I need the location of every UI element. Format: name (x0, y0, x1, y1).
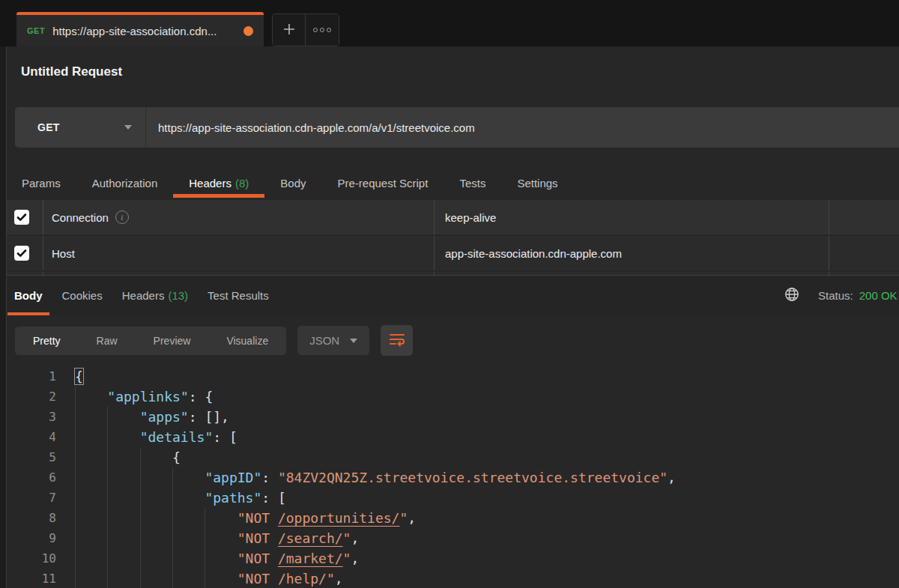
code-line-1[interactable]: 1{ (0, 366, 899, 387)
status-value: 200 OK (859, 289, 898, 302)
indent-guide (75, 488, 107, 508)
wrap-text-button[interactable] (381, 325, 413, 356)
tab-settings[interactable]: Settings (501, 168, 573, 198)
checkbox-host[interactable] (14, 246, 29, 261)
view-mode-preview[interactable]: Preview (136, 327, 209, 355)
code-token: "NOT (237, 530, 278, 546)
tab-headers[interactable]: Headers(8) (173, 168, 264, 198)
tab-body[interactable]: Body (264, 168, 321, 198)
code-token: : [ (261, 490, 286, 506)
path-link[interactable]: /opportunities/ (278, 510, 400, 526)
method-select[interactable]: GET (15, 107, 146, 148)
view-mode-visualize[interactable]: Visualize (208, 327, 286, 355)
request-tab[interactable]: GET https://app-site-association.cdn... (16, 12, 264, 46)
code-line-11[interactable]: 11"NOT /help/", (0, 569, 899, 588)
response-tab-body[interactable]: Body (7, 276, 49, 315)
view-mode-switch: PrettyRawPreviewVisualize (15, 327, 286, 355)
tab-count-badge: (8) (235, 177, 249, 190)
globe-icon[interactable] (784, 286, 800, 306)
indent-guide (107, 569, 139, 588)
tab-label: Headers (189, 177, 231, 190)
indent-guide (107, 407, 139, 427)
tab-label: Tests (459, 177, 485, 190)
code-line-5[interactable]: 5{ (0, 447, 899, 467)
indent-guide (140, 548, 172, 569)
request-name[interactable]: Untitled Request (0, 46, 899, 79)
tab-label: Body (280, 177, 306, 190)
method-label: GET (37, 121, 60, 133)
code-text: "applinks": { (75, 387, 213, 407)
code-token: : { (189, 389, 214, 404)
header-row-host[interactable]: Hostapp-site-association.cdn-apple.com (0, 236, 899, 270)
indent-guide (140, 447, 172, 467)
indent-guide (75, 407, 107, 427)
line-number: 5 (0, 447, 56, 467)
code-line-7[interactable]: 7"paths": [ (0, 488, 899, 508)
response-tab-label: Cookies (62, 289, 103, 302)
code-text: { (75, 447, 181, 467)
chevron-down-icon (350, 339, 357, 343)
info-icon[interactable]: i (115, 210, 129, 224)
headers-table: Connectionikeep-aliveHostapp-site-associ… (0, 200, 899, 275)
header-extra-cell (829, 200, 899, 234)
header-extra-cell (829, 236, 899, 270)
tab-pre-request-script[interactable]: Pre-request Script (322, 168, 444, 198)
header-value-cell[interactable]: app-site-association.cdn-apple.com (435, 236, 829, 270)
view-mode-raw[interactable]: Raw (79, 327, 136, 355)
language-label: JSON (309, 334, 339, 347)
code-token: "paths" (205, 490, 261, 506)
code-token: " (399, 510, 408, 526)
tab-options-button[interactable] (306, 14, 339, 46)
indent-guide (107, 528, 139, 548)
response-tab-cookies[interactable]: Cookies (55, 276, 109, 315)
code-text: "NOT /market/", (75, 548, 359, 569)
response-tab-label: Body (14, 289, 43, 302)
tab-params[interactable]: Params (6, 168, 76, 198)
code-text: "NOT /opportunities/", (75, 508, 416, 528)
code-line-3[interactable]: 3"apps": [], (0, 407, 899, 427)
indent-guide (172, 467, 205, 488)
code-token: , (408, 510, 416, 526)
view-mode-pretty[interactable]: Pretty (15, 327, 79, 355)
tab-authorization[interactable]: Authorization (76, 168, 174, 198)
line-number: 11 (0, 569, 56, 588)
header-value-cell[interactable]: keep-alive (435, 200, 829, 234)
path-link[interactable]: /search/ (278, 530, 343, 546)
language-select[interactable]: JSON (297, 326, 369, 355)
code-line-4[interactable]: 4"details": [ (0, 427, 899, 447)
path-link[interactable]: /market/ (278, 551, 343, 566)
response-tab-headers[interactable]: Headers(13) (115, 276, 195, 315)
collapsed-sidebar-edge[interactable] (0, 0, 7, 588)
tab-title: https://app-site-association.cdn... (52, 25, 236, 37)
indent-guide (75, 569, 107, 588)
indent-guide (107, 447, 139, 467)
code-line-9[interactable]: 9"NOT /search/", (0, 528, 899, 548)
code-line-6[interactable]: 6"appID": "84ZV2QN25Z.streetvoice.street… (0, 467, 899, 488)
code-line-2[interactable]: 2"applinks": { (0, 387, 899, 407)
response-body-editor[interactable]: 1{2"applinks": {3"apps": [],4"details": … (0, 365, 899, 588)
code-line-10[interactable]: 10"NOT /market/", (0, 548, 899, 569)
checkbox-connection[interactable] (14, 210, 29, 225)
indent-guide (140, 508, 172, 528)
header-value: keep-alive (445, 211, 496, 224)
header-key-cell[interactable]: Host (43, 236, 435, 270)
chevron-down-icon (124, 125, 132, 130)
more-options-icon (313, 28, 331, 32)
response-tab-label: Headers (122, 289, 165, 302)
tab-label: Pre-request Script (338, 177, 429, 190)
indent-guide (75, 548, 107, 569)
tab-method-badge: GET (27, 26, 45, 35)
response-meta: Status: 200 OK (784, 276, 898, 315)
response-tab-test-results[interactable]: Test Results (201, 276, 276, 315)
code-line-8[interactable]: 8"NOT /opportunities/", (0, 508, 899, 528)
header-key-cell[interactable]: Connectioni (43, 200, 435, 234)
indent-guide (75, 467, 107, 488)
header-row-connection[interactable]: Connectionikeep-alive (0, 200, 899, 234)
indent-guide (107, 488, 139, 508)
indent-guide (75, 528, 107, 548)
url-input[interactable]: https://app-site-association.cdn-apple.c… (146, 107, 899, 148)
new-tab-button[interactable] (273, 14, 306, 46)
indent-guide (107, 548, 139, 569)
tab-tests[interactable]: Tests (444, 168, 501, 198)
header-key: Host (52, 247, 75, 260)
